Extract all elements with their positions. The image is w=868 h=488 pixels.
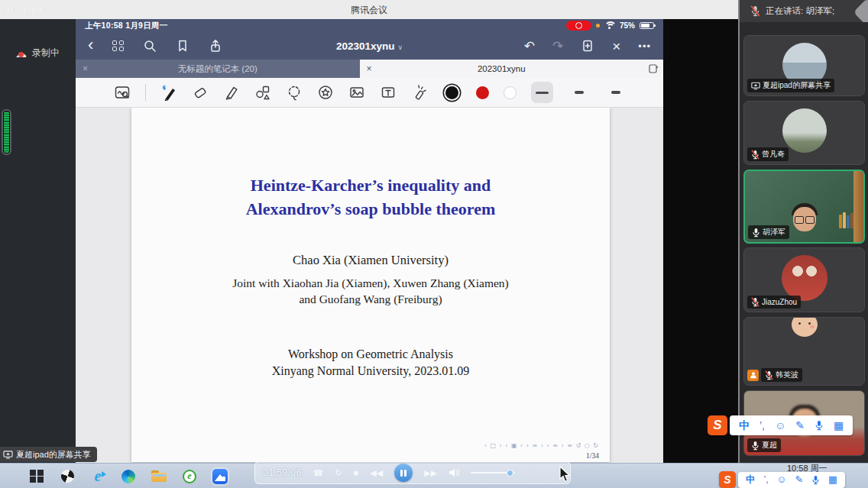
handwriting-pen-icon[interactable]: ✎ <box>795 420 805 431</box>
ime-punctuation-toggle[interactable]: ’, <box>764 475 769 485</box>
sogou-logo-icon[interactable]: S <box>719 471 736 488</box>
mic-on-icon <box>751 441 760 451</box>
undo-button[interactable]: ↶ <box>524 40 535 53</box>
stroke-thickness-1[interactable] <box>531 82 553 103</box>
slide-venue-line2: Xinyang Normal University, 2023.01.09 <box>131 363 610 380</box>
tab-untitled-notebook[interactable]: × 无标题的笔记本 (20) <box>76 60 360 78</box>
stroke-thickness-3[interactable] <box>604 82 627 103</box>
slide-joint-authors: Joint with Xiaohan Jia (Xiamen), Xuwen Z… <box>131 275 610 307</box>
participant-tile-jiazuzhou[interactable]: JiazuZhou <box>743 247 865 312</box>
call-button[interactable]: ☎ <box>313 468 324 478</box>
collapse-sidebar-handle[interactable] <box>853 0 868 22</box>
pan-readonly-tool[interactable] <box>114 84 131 101</box>
text-tool[interactable] <box>380 84 397 101</box>
participants-sidebar: 正在讲话: 胡泽军; 夏超ipad的屏幕共享 曾凡奇 <box>738 0 868 463</box>
taskbar-app-pinwheel[interactable] <box>58 467 76 486</box>
speaking-header: 正在讲话: 胡泽军; <box>740 0 868 22</box>
forward-button[interactable]: ▶▶ <box>424 468 437 478</box>
participant-name: 韩英波 <box>776 370 798 380</box>
rewind-button[interactable]: ◀◀ <box>370 468 383 478</box>
participant-tile-huzejun-active[interactable]: 胡泽军 <box>743 170 865 244</box>
taskbar-app-file-explorer[interactable] <box>150 467 168 486</box>
screen-share-icon <box>751 82 760 90</box>
recorder-side-panel: ☁ 录制中 <box>0 19 76 463</box>
speaker-icon[interactable] <box>449 468 459 477</box>
screen-share-banner: 夏超ipad的屏幕共享 <box>0 447 97 462</box>
highlighter-tool[interactable] <box>223 84 240 101</box>
image-tool[interactable] <box>348 84 365 101</box>
restart-button[interactable]: ↻ <box>335 468 342 478</box>
participant-tile-screen-share[interactable]: 夏超ipad的屏幕共享 <box>743 35 865 96</box>
emoji-icon[interactable]: ☺ <box>777 475 787 485</box>
participant-tile-zengfanqi[interactable]: 曾凡奇 <box>743 101 865 165</box>
voice-input-icon[interactable] <box>811 475 820 485</box>
ime-keyboard-grid-icon[interactable]: ▦ <box>828 475 837 485</box>
screen-share-banner-label: 夏超ipad的屏幕共享 <box>16 449 91 461</box>
audio-level-meter <box>2 109 11 155</box>
emoji-icon[interactable]: ☺ <box>775 420 785 431</box>
taskbar-app-360-browser[interactable]: e <box>180 467 199 486</box>
pause-button[interactable] <box>394 464 413 482</box>
tab-202301xynu[interactable]: × 202301xynu <box>360 60 644 78</box>
shapes-tool[interactable] <box>254 84 271 101</box>
wall-frame <box>853 171 863 242</box>
folder-icon <box>151 470 167 482</box>
beamer-navigation-symbols[interactable]: ‹ □ › ‹ ▣ › ‹ ≡ › ‹ ≡ › ≡ ↺ ○ ↻ <box>484 442 599 449</box>
sogou-logo-icon[interactable]: S <box>708 415 727 435</box>
participant-name: 夏超ipad的屏幕共享 <box>763 80 831 91</box>
letterbox-gap <box>663 19 738 463</box>
avatar <box>782 255 828 301</box>
ipad-clock-date: 上午10:58 1月9日周一 <box>85 21 168 31</box>
goodnotes-nav-bar: ‹ 202301xynu∨ ↶ ↷ × ••• <box>76 32 663 60</box>
new-tab-button[interactable] <box>643 60 663 78</box>
pen-tool[interactable] <box>160 84 177 101</box>
volume-slider-knob[interactable] <box>507 470 513 477</box>
slide-title: Heintze-Karcher’s inequality and Alexand… <box>131 173 610 221</box>
stickers-tool[interactable] <box>317 84 334 101</box>
tab-label: 202301xynu <box>360 64 644 73</box>
eraser-tool[interactable] <box>192 84 209 101</box>
taskbar-app-edge[interactable] <box>119 467 138 486</box>
lasso-tool[interactable] <box>286 84 303 101</box>
handwriting-pen-icon[interactable]: ✎ <box>795 475 803 485</box>
taskbar-app-tencent-meeting[interactable] <box>211 467 229 486</box>
slide-page: Heintze-Karcher’s inequality and Alexand… <box>131 108 610 462</box>
document-title-text: 202301xynu <box>336 40 395 52</box>
ime-keyboard-grid-icon[interactable]: ▦ <box>834 420 844 431</box>
ime-language-toggle[interactable]: 中 <box>739 420 750 431</box>
wifi-icon <box>604 21 615 30</box>
edge-icon <box>121 470 135 483</box>
more-options-button[interactable]: ••• <box>638 41 651 51</box>
screen-record-pill[interactable] <box>566 21 591 31</box>
speaking-label: 正在讲话: 胡泽军; <box>766 5 834 17</box>
pen-color-red[interactable] <box>476 86 489 99</box>
window-titlebar: 9.9软件录制 腾讯会议 <box>0 0 738 20</box>
voice-input-icon[interactable] <box>815 420 824 431</box>
volume-slider[interactable] <box>471 472 515 474</box>
redo-button[interactable]: ↷ <box>552 40 563 53</box>
document-canvas[interactable]: Heintze-Karcher’s inequality and Alexand… <box>76 108 663 463</box>
recording-status-label: 录制中 <box>32 47 60 60</box>
mic-muted-icon <box>765 370 773 380</box>
recording-cloud-icon: ☁ <box>15 47 27 59</box>
taskbar-app-internet-explorer[interactable]: e <box>89 467 107 486</box>
stop-button[interactable]: ■ <box>354 468 359 477</box>
stroke-thickness-2[interactable] <box>568 82 590 103</box>
add-page-icon[interactable] <box>581 39 594 53</box>
sogou-ime-bar-docked: S 中 ’, ☺ ✎ ▦ <box>719 471 845 488</box>
recorder-media-bar: 01:59:06 ☎ ↻ ■ ◀◀ ▶▶ <box>254 461 571 484</box>
participant-name: 曾凡奇 <box>762 149 785 160</box>
record-dot-icon <box>575 22 582 29</box>
battery-percent: 75% <box>620 21 635 30</box>
start-button[interactable] <box>28 467 46 486</box>
ime-language-toggle[interactable]: 中 <box>746 475 756 485</box>
slide-author: Chao Xia (Xiamen University) <box>131 253 610 268</box>
ime-punctuation-toggle[interactable]: ’, <box>760 420 765 431</box>
laser-pointer-tool[interactable] <box>411 84 428 101</box>
pen-color-black[interactable] <box>445 86 458 99</box>
pen-color-white[interactable] <box>504 86 517 99</box>
chevron-down-icon: ∨ <box>397 44 403 51</box>
participant-tile-hanyingbo[interactable]: 韩英波 <box>743 317 865 386</box>
close-document-button[interactable]: × <box>612 39 620 53</box>
mouse-cursor <box>559 466 571 483</box>
